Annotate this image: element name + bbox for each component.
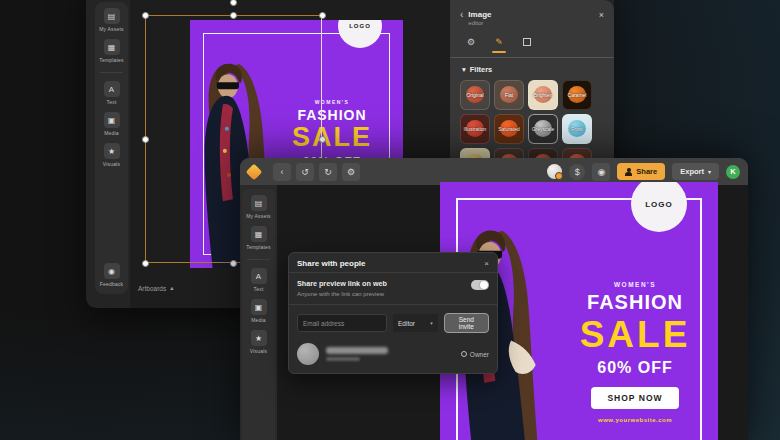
poster-sale-text[interactable]: SALE (555, 316, 715, 353)
share-button[interactable]: Share (617, 163, 665, 180)
text-icon: A (104, 81, 120, 97)
selection-handle-n[interactable] (230, 12, 237, 19)
filter-tile-frost[interactable]: Frost (562, 114, 592, 144)
chevron-down-icon: ▾ (708, 168, 711, 175)
sidebar-item-label: Text (254, 286, 264, 292)
back-icon: ‹ (281, 167, 284, 177)
undo-button[interactable]: ↺ (296, 163, 314, 181)
sidebar-divider (247, 259, 270, 260)
share-link-subtext: Anyone with the link can preview (297, 291, 489, 297)
filter-tile-flat[interactable]: Flat (494, 80, 524, 110)
template-icon: ▦ (104, 39, 120, 55)
panel-tabs: ⚙ ✎ (464, 36, 604, 53)
filters-section-header[interactable]: ▾ Filters (462, 65, 604, 74)
sidebar-item-feedback[interactable]: ◉ Feedback (100, 263, 124, 287)
filter-tile-illustration[interactable]: Illustration (460, 114, 490, 144)
back-button[interactable]: ‹ (273, 163, 291, 181)
filter-label: Greyscale (529, 115, 557, 143)
visuals-icon: ★ (104, 143, 120, 159)
preview-button[interactable]: ◉ (592, 163, 610, 181)
sidebar-item-media[interactable]: ▣ Media (251, 299, 267, 323)
panel-subtitle: editor (468, 20, 491, 26)
selection-handle-nw[interactable] (142, 12, 149, 19)
sidebar-divider (100, 72, 123, 73)
add-person-icon (625, 168, 632, 175)
invite-row: Editor ▾ Send invite (289, 305, 497, 341)
sidebar-item-label: Visuals (250, 348, 267, 354)
sidebar-item-label: Media (104, 130, 119, 136)
selection-handle-s[interactable] (230, 260, 237, 267)
poster-title-text[interactable]: FASHION (555, 291, 715, 314)
poster-eyebrow-text[interactable]: WOMEN'S (555, 281, 715, 288)
poster-website-text[interactable]: www.yourwebsite.com (555, 417, 715, 423)
panel-divider (450, 57, 614, 58)
adjust-settings-tab[interactable]: ⚙ (464, 36, 478, 48)
crop-tab[interactable] (520, 36, 534, 48)
send-invite-button[interactable]: Send invite (444, 313, 489, 333)
folder-icon: ▤ (104, 8, 120, 24)
avatar-initial: K (730, 167, 735, 176)
export-button[interactable]: Export ▾ (672, 163, 719, 180)
owner-icon (461, 351, 467, 357)
sidebar-item-my-assets[interactable]: ▤ My Assets (99, 8, 124, 32)
filter-label: Caramel (563, 81, 591, 109)
share-link-toggle[interactable] (471, 280, 489, 290)
sidebar-item-templates[interactable]: ▦ Templates (99, 39, 124, 63)
chevron-down-icon: ▾ (430, 320, 433, 326)
sidebar-item-text[interactable]: A Text (104, 81, 120, 105)
share-dialog: Share with people × Share preview link o… (288, 252, 498, 374)
filter-tile-greyscale[interactable]: Greyscale (528, 114, 558, 144)
filter-tile-brighten[interactable]: Brighten (528, 80, 558, 110)
sidebar-item-my-assets[interactable]: ▤ My Assets (246, 195, 271, 219)
sidebar-item-label: My Assets (99, 26, 124, 32)
sidebar-item-label: Text (107, 99, 117, 105)
filters-tab[interactable]: ✎ (492, 36, 506, 48)
gear-icon: ⚙ (347, 167, 355, 177)
close-icon[interactable]: × (599, 10, 604, 20)
selection-handle-w[interactable] (142, 136, 149, 143)
email-input[interactable] (297, 314, 387, 332)
sidebar-item-visuals[interactable]: ★ Visuals (250, 330, 267, 354)
sidebar-item-label: My Assets (246, 213, 271, 219)
share-button-label: Share (636, 167, 657, 176)
chevron-down-icon: ▾ (462, 65, 466, 74)
back-icon[interactable]: ‹ (460, 10, 463, 19)
media-icon: ▣ (251, 299, 267, 315)
sidebar-item-templates[interactable]: ▦ Templates (246, 226, 271, 250)
poster-discount-text[interactable]: 60% OFF (555, 359, 715, 377)
sidebar-item-media[interactable]: ▣ Media (104, 112, 120, 136)
selection-handle-ne[interactable] (319, 12, 326, 19)
desktop-background: ▤ My Assets ▦ Templates A Text ▣ Media ★… (0, 0, 780, 440)
shop-now-button[interactable]: SHOP NOW (591, 387, 678, 409)
sidebar-item-label: Feedback (100, 281, 124, 287)
toolbar: ‹ ↺ ↻ ⚙ $ ◉ Share Export ▾ K (240, 158, 748, 185)
owner-label: Owner (470, 351, 489, 358)
user-avatar[interactable]: K (726, 165, 740, 179)
artboards-toggle[interactable]: Artboards ▴ (130, 281, 181, 295)
logo-badge[interactable]: LOGO (338, 20, 382, 48)
poster-text-block: WOMEN'S FASHION SALE 60% OFF SHOP NOW ww… (555, 281, 715, 423)
export-button-label: Export (680, 167, 704, 176)
template-icon: ▦ (251, 226, 267, 242)
selection-handle-e[interactable] (319, 136, 326, 143)
panel-title: Image (468, 10, 491, 19)
close-icon[interactable]: × (484, 259, 489, 268)
feedback-icon: ◉ (104, 263, 120, 279)
filter-tile-saturated[interactable]: Saturated (494, 114, 524, 144)
selection-handle-rotate[interactable] (230, 0, 237, 6)
redo-button[interactable]: ↻ (319, 163, 337, 181)
settings-button[interactable]: ⚙ (342, 163, 360, 181)
filter-tile-original[interactable]: Original (460, 80, 490, 110)
app-logo-icon[interactable] (246, 163, 263, 180)
selection-handle-sw[interactable] (142, 260, 149, 267)
role-dropdown[interactable]: Editor ▾ (393, 314, 438, 332)
sidebar-item-text[interactable]: A Text (251, 268, 267, 292)
sidebar-item-visuals[interactable]: ★ Visuals (103, 143, 120, 167)
member-row: Owner (289, 341, 497, 367)
logo-badge[interactable]: LOGO (631, 182, 687, 232)
collaborator-avatar[interactable] (547, 164, 562, 179)
credits-button[interactable]: $ (569, 164, 585, 180)
media-icon: ▣ (104, 112, 120, 128)
owner-badge: Owner (461, 351, 489, 358)
filter-tile-caramel[interactable]: Caramel (562, 80, 592, 110)
